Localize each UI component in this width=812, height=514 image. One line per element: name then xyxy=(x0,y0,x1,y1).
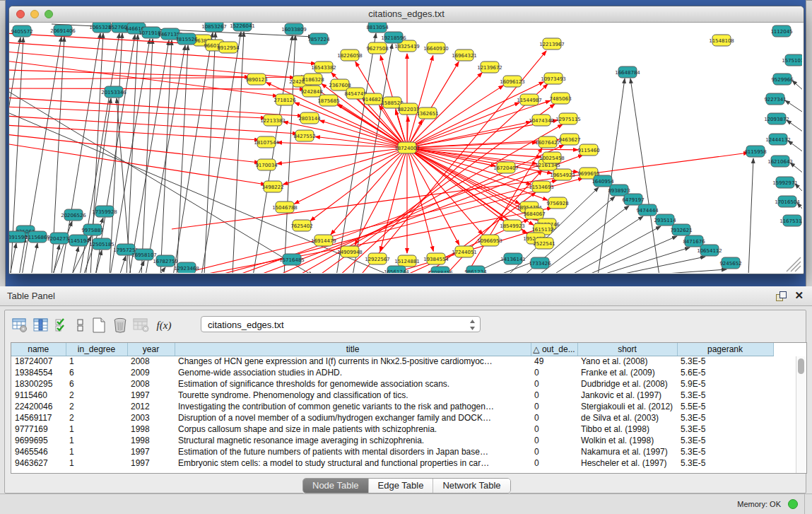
column-header-year[interactable]: year xyxy=(127,343,175,356)
graph-node[interactable]: 7857224 xyxy=(307,33,330,45)
graph-node[interactable]: 8186328 xyxy=(302,74,324,85)
graph-node[interactable]: 12923468 xyxy=(174,262,199,273)
scrollbar-thumb[interactable] xyxy=(798,358,804,374)
graph-node[interactable]: 1145194 xyxy=(67,235,90,246)
graph-node[interactable]: 11548108 xyxy=(709,35,734,46)
graph-node[interactable]: 3684067 xyxy=(523,208,545,219)
graph-node[interactable]: 16964321 xyxy=(452,49,477,61)
row-height-icon[interactable] xyxy=(73,315,88,335)
graph-node[interactable]: 2522541 xyxy=(533,238,555,249)
graph-node[interactable]: 12093872 xyxy=(764,113,789,124)
graph-node[interactable]: 11544987 xyxy=(517,94,542,105)
table-source-select[interactable]: citations_edges.txt xyxy=(201,316,481,332)
graph-node[interactable]: 2718126 xyxy=(273,94,296,105)
table-row[interactable]: 977716911998Corpus callosum shape and si… xyxy=(11,424,773,435)
graph-node[interactable]: 19654923 xyxy=(550,169,575,180)
graph-node[interactable]: 16096123 xyxy=(500,76,525,87)
graph-node[interactable]: 11534693 xyxy=(529,181,554,192)
graph-node[interactable]: 10853267 xyxy=(201,23,227,32)
resize-grip-icon[interactable] xyxy=(787,257,801,271)
graph-node[interactable]: 8912954 xyxy=(217,42,240,53)
graph-node[interactable]: 15124881 xyxy=(394,255,420,267)
graph-node[interactable]: 11675312 xyxy=(779,215,802,226)
graph-node[interactable]: 9529966 xyxy=(771,74,794,85)
graph-node[interactable]: 7932621 xyxy=(670,224,692,235)
column-header-in_degree[interactable]: in_degree xyxy=(66,343,127,356)
graph-node[interactable]: 16720407 xyxy=(493,162,519,173)
graph-node[interactable]: 16076427 xyxy=(535,136,560,148)
graph-node[interactable]: 9474444 xyxy=(636,204,659,216)
graph-node[interactable]: 14136141 xyxy=(500,253,526,264)
graph-node[interactable]: 8427552 xyxy=(293,130,315,141)
graph-node[interactable]: 16648784 xyxy=(615,66,640,78)
delete-columns-icon[interactable] xyxy=(110,315,131,335)
graph-node[interactable]: 9975887 xyxy=(81,224,103,235)
column-header-title[interactable]: title xyxy=(175,343,531,356)
table-row[interactable]: 1830029562008Estimation of significance … xyxy=(11,378,773,390)
graph-node[interactable]: 10973493 xyxy=(541,73,566,84)
column-header-out_de[interactable]: △ out_de... xyxy=(531,343,577,356)
column-header-pagerank[interactable]: pagerank xyxy=(677,343,773,356)
graph-node[interactable]: 16033809 xyxy=(281,23,307,35)
table-row[interactable]: 946362711997Embryonic stem cells: a mode… xyxy=(11,457,773,469)
graph-node[interactable]: 19218596 xyxy=(381,32,406,43)
network-window-titlebar[interactable]: citations_edges.txt xyxy=(9,6,804,23)
graph-node[interactable]: 18107544 xyxy=(254,136,279,148)
graph-node[interactable]: 2803144 xyxy=(298,112,321,124)
graph-node[interactable]: 8813054 xyxy=(366,23,389,33)
table-scrollbar[interactable] xyxy=(796,356,806,473)
graph-node[interactable]: 10654112 xyxy=(697,245,722,256)
graph-node[interactable]: 17016504 xyxy=(775,196,800,207)
show-columns-icon[interactable] xyxy=(30,315,52,335)
graph-node[interactable]: 18226058 xyxy=(337,49,363,61)
column-header-short[interactable]: short xyxy=(577,343,677,356)
select-columns-icon[interactable] xyxy=(52,315,73,335)
graph-node[interactable]: 20206526 xyxy=(61,209,86,221)
graph-node[interactable]: 15046788 xyxy=(272,201,298,213)
graph-node[interactable]: 7815526 xyxy=(175,33,198,45)
graph-node[interactable]: 10966953 xyxy=(477,235,502,246)
column-header-name[interactable]: name xyxy=(11,343,66,356)
graph-node[interactable]: 8115958 xyxy=(744,146,766,157)
table-row[interactable]: 2242004622012Investigating the contribut… xyxy=(11,401,773,412)
table-row[interactable]: 1938455462009Genome-wide association stu… xyxy=(11,367,773,378)
graph-node[interactable]: 9405572 xyxy=(11,25,33,37)
graph-node[interactable]: 12444132 xyxy=(765,134,791,145)
graph-node[interactable]: 10474349 xyxy=(529,115,554,126)
graph-node[interactable]: 12213383 xyxy=(260,115,286,126)
graph-node[interactable]: 16640910 xyxy=(423,42,449,54)
close-panel-icon[interactable]: ✕ xyxy=(794,290,804,301)
graph-node[interactable]: 20153346 xyxy=(101,86,126,98)
graph-node[interactable]: 14909948 xyxy=(337,246,363,257)
graph-node[interactable]: 15751074 xyxy=(782,54,802,66)
graph-node[interactable]: 1362651 xyxy=(416,107,438,119)
graph-node[interactable]: 16543382 xyxy=(311,62,336,73)
tab-node-table[interactable]: Node Table xyxy=(303,479,369,493)
graph-node[interactable]: 15992971 xyxy=(772,177,798,188)
graph-node[interactable]: 9245652 xyxy=(719,257,741,269)
graph-node[interactable]: 18549923 xyxy=(500,220,525,231)
graph-node[interactable]: 12213967 xyxy=(539,38,565,49)
graph-node[interactable]: 3498222 xyxy=(261,181,283,192)
graph-node[interactable]: 7485063 xyxy=(549,93,571,104)
graph-node[interactable]: 12505185 xyxy=(89,238,114,250)
tab-edge-table[interactable]: Edge Table xyxy=(369,479,434,493)
create-column-icon[interactable] xyxy=(88,315,110,335)
table-mode-icon[interactable] xyxy=(9,315,30,335)
graph-node[interactable]: 17359928 xyxy=(92,206,117,217)
table-row[interactable]: 946554611997Estimation of the future num… xyxy=(11,446,773,457)
table-row[interactable]: 969969511998Structural magnetic resonanc… xyxy=(11,435,773,446)
graph-node[interactable]: 15226041 xyxy=(230,23,255,31)
graph-node[interactable]: 9242848 xyxy=(300,86,322,97)
graph-node[interactable]: 12139672 xyxy=(477,62,502,73)
graph-node[interactable]: 9627508 xyxy=(366,42,388,54)
graph-node[interactable]: 9227341 xyxy=(764,93,786,105)
graph-node[interactable]: 10025458 xyxy=(539,152,565,163)
graph-node[interactable]: 9756928 xyxy=(546,197,568,209)
graph-node[interactable]: 1875685 xyxy=(317,95,339,106)
graph-node[interactable]: 20691406 xyxy=(50,25,76,36)
graph-node[interactable]: 16210643 xyxy=(767,156,793,167)
graph-node[interactable]: 9170034 xyxy=(255,159,278,170)
table-row[interactable]: 1872400712008Changes of HCN gene express… xyxy=(11,356,773,367)
graph-node[interactable]: 9463627 xyxy=(558,134,580,145)
